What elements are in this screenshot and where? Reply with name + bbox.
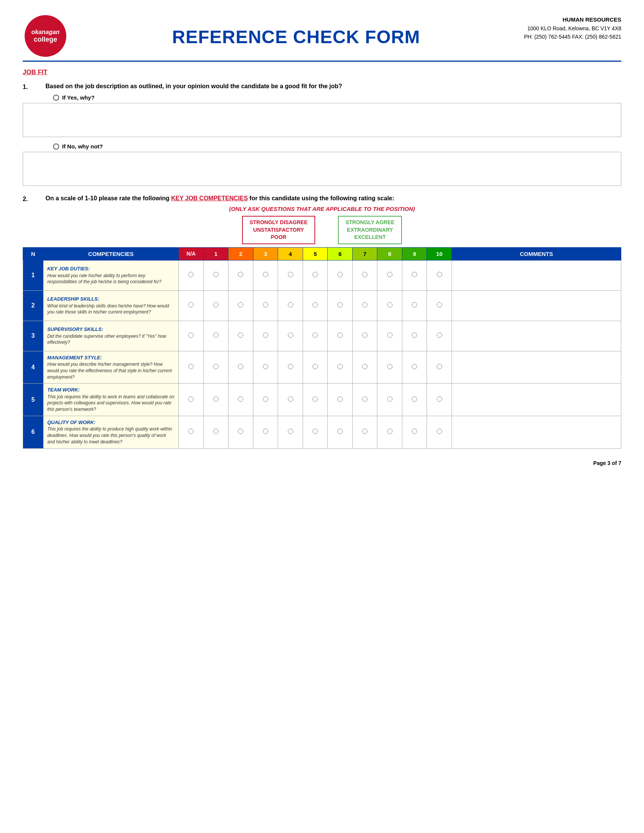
radio-cell-6-2[interactable]	[229, 416, 253, 448]
radio-5-7[interactable]	[362, 396, 367, 402]
comments-cell-4[interactable]	[452, 351, 621, 384]
q1-no-textbox[interactable]	[23, 152, 621, 186]
radio-cell-1-6[interactable]	[328, 260, 353, 290]
radio-5-6[interactable]	[338, 396, 343, 402]
radio-cell-6-10[interactable]	[427, 416, 452, 448]
radio-1-3[interactable]	[263, 272, 268, 277]
radio-6-9[interactable]	[412, 429, 417, 434]
radio-4-2[interactable]	[238, 364, 243, 369]
radio-2-5[interactable]	[312, 302, 318, 307]
comments-cell-6[interactable]	[452, 416, 621, 448]
radio-na-6[interactable]	[188, 429, 193, 434]
radio-cell-5-4[interactable]	[278, 384, 303, 416]
radio-cell-4-2[interactable]	[229, 351, 253, 384]
radio-cell-2-1[interactable]	[203, 290, 229, 321]
radio-cell-2-2[interactable]	[229, 290, 253, 321]
radio-2-1[interactable]	[213, 302, 219, 307]
radio-2-9[interactable]	[412, 302, 417, 307]
radio-cell-3-4[interactable]	[278, 321, 303, 351]
radio-1-10[interactable]	[437, 272, 442, 277]
radio-na-3[interactable]	[188, 333, 193, 338]
radio-cell-3-7[interactable]	[352, 321, 377, 351]
radio-5-3[interactable]	[263, 396, 268, 402]
radio-cell-4-6[interactable]	[328, 351, 353, 384]
radio-3-9[interactable]	[412, 333, 417, 338]
radio-6-4[interactable]	[288, 429, 293, 434]
radio-6-1[interactable]	[213, 429, 219, 434]
radio-3-1[interactable]	[213, 333, 219, 338]
radio-na-1[interactable]	[188, 272, 193, 277]
radio-cell-5-5[interactable]	[303, 384, 328, 416]
radio-1-7[interactable]	[362, 272, 367, 277]
na-radio-cell-4[interactable]	[179, 351, 204, 384]
comments-cell-3[interactable]	[452, 321, 621, 351]
radio-1-2[interactable]	[238, 272, 243, 277]
radio-cell-1-1[interactable]	[203, 260, 229, 290]
q1-no-radio[interactable]	[53, 143, 59, 150]
radio-4-9[interactable]	[412, 364, 417, 369]
radio-na-2[interactable]	[188, 302, 193, 307]
radio-5-10[interactable]	[437, 396, 442, 402]
radio-cell-3-8[interactable]	[377, 321, 402, 351]
radio-cell-6-8[interactable]	[377, 416, 402, 448]
radio-5-9[interactable]	[412, 396, 417, 402]
radio-cell-6-7[interactable]	[352, 416, 377, 448]
radio-cell-5-2[interactable]	[229, 384, 253, 416]
radio-na-4[interactable]	[188, 364, 193, 369]
radio-cell-4-9[interactable]	[402, 351, 427, 384]
radio-cell-3-9[interactable]	[402, 321, 427, 351]
radio-1-9[interactable]	[412, 272, 417, 277]
q1-yes-radio[interactable]	[53, 95, 59, 101]
radio-5-8[interactable]	[387, 396, 393, 402]
radio-cell-5-1[interactable]	[203, 384, 229, 416]
radio-4-6[interactable]	[338, 364, 343, 369]
radio-5-2[interactable]	[238, 396, 243, 402]
radio-cell-1-9[interactable]	[402, 260, 427, 290]
radio-cell-6-6[interactable]	[328, 416, 353, 448]
radio-1-5[interactable]	[312, 272, 318, 277]
radio-6-6[interactable]	[338, 429, 343, 434]
radio-6-5[interactable]	[312, 429, 318, 434]
na-radio-cell-1[interactable]	[179, 260, 204, 290]
radio-1-8[interactable]	[387, 272, 393, 277]
radio-cell-2-5[interactable]	[303, 290, 328, 321]
radio-3-7[interactable]	[362, 333, 367, 338]
radio-3-4[interactable]	[288, 333, 293, 338]
radio-cell-3-2[interactable]	[229, 321, 253, 351]
radio-6-8[interactable]	[387, 429, 393, 434]
radio-cell-4-8[interactable]	[377, 351, 402, 384]
radio-cell-6-4[interactable]	[278, 416, 303, 448]
comments-cell-2[interactable]	[452, 290, 621, 321]
radio-4-1[interactable]	[213, 364, 219, 369]
radio-cell-4-10[interactable]	[427, 351, 452, 384]
radio-5-1[interactable]	[213, 396, 219, 402]
radio-3-6[interactable]	[338, 333, 343, 338]
radio-cell-2-8[interactable]	[377, 290, 402, 321]
radio-5-5[interactable]	[312, 396, 318, 402]
radio-4-4[interactable]	[288, 364, 293, 369]
radio-6-7[interactable]	[362, 429, 367, 434]
radio-cell-6-1[interactable]	[203, 416, 229, 448]
radio-cell-3-5[interactable]	[303, 321, 328, 351]
radio-6-2[interactable]	[238, 429, 243, 434]
radio-1-4[interactable]	[288, 272, 293, 277]
radio-2-3[interactable]	[263, 302, 268, 307]
radio-cell-1-7[interactable]	[352, 260, 377, 290]
radio-2-4[interactable]	[288, 302, 293, 307]
radio-cell-5-10[interactable]	[427, 384, 452, 416]
radio-cell-1-5[interactable]	[303, 260, 328, 290]
radio-cell-2-7[interactable]	[352, 290, 377, 321]
radio-cell-2-9[interactable]	[402, 290, 427, 321]
radio-cell-1-2[interactable]	[229, 260, 253, 290]
radio-cell-1-8[interactable]	[377, 260, 402, 290]
radio-cell-4-7[interactable]	[352, 351, 377, 384]
radio-cell-3-1[interactable]	[203, 321, 229, 351]
na-radio-cell-6[interactable]	[179, 416, 204, 448]
radio-6-10[interactable]	[437, 429, 442, 434]
radio-4-10[interactable]	[437, 364, 442, 369]
radio-cell-4-4[interactable]	[278, 351, 303, 384]
radio-cell-3-10[interactable]	[427, 321, 452, 351]
radio-cell-5-6[interactable]	[328, 384, 353, 416]
radio-cell-4-3[interactable]	[253, 351, 278, 384]
na-radio-cell-2[interactable]	[179, 290, 204, 321]
